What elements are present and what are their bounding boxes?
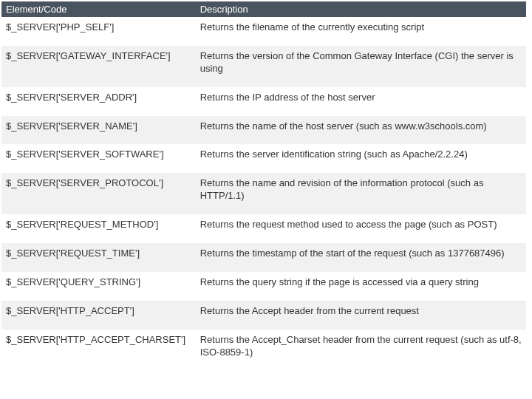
cell-code: $_SERVER['SERVER_PROTOCOL']: [1, 173, 196, 214]
cell-description: Returns the filename of the currently ex…: [196, 17, 526, 46]
header-description: Description: [196, 1, 526, 17]
cell-code: $_SERVER['GATEWAY_INTERFACE']: [1, 46, 196, 87]
cell-description: Returns the name of the host server (suc…: [196, 116, 526, 145]
cell-description: Returns the version of the Common Gatewa…: [196, 46, 526, 87]
cell-code: $_SERVER['SERVER_NAME']: [1, 116, 196, 145]
cell-description: Returns the IP address of the host serve…: [196, 87, 526, 116]
table-row: $_SERVER['REQUEST_METHOD'] Returns the r…: [1, 214, 526, 243]
table-row: $_SERVER['SERVER_NAME'] Returns the name…: [1, 116, 526, 145]
cell-description: Returns the query string if the page is …: [196, 272, 526, 301]
cell-code: $_SERVER['SERVER_ADDR']: [1, 87, 196, 116]
table-row: $_SERVER['QUERY_STRING'] Returns the que…: [1, 272, 526, 301]
server-variables-table: Element/Code Description $_SERVER['PHP_S…: [1, 1, 526, 370]
table-row: $_SERVER['PHP_SELF'] Returns the filenam…: [1, 17, 526, 46]
cell-description: Returns the Accept header from the curre…: [196, 301, 526, 330]
cell-description: Returns the Accept_Charset header from t…: [196, 330, 526, 371]
cell-description: Returns the server identification string…: [196, 144, 526, 173]
table-row: $_SERVER['SERVER_SOFTWARE'] Returns the …: [1, 144, 526, 173]
cell-description: Returns the request method used to acces…: [196, 214, 526, 243]
cell-code: $_SERVER['QUERY_STRING']: [1, 272, 196, 301]
table-header-row: Element/Code Description: [1, 1, 526, 17]
cell-code: $_SERVER['REQUEST_TIME']: [1, 243, 196, 272]
table-row: $_SERVER['HTTP_ACCEPT_CHARSET'] Returns …: [1, 330, 526, 371]
cell-code: $_SERVER['HTTP_ACCEPT_CHARSET']: [1, 330, 196, 371]
table-row: $_SERVER['REQUEST_TIME'] Returns the tim…: [1, 243, 526, 272]
cell-description: Returns the timestamp of the start of th…: [196, 243, 526, 272]
header-code: Element/Code: [1, 1, 196, 17]
table-row: $_SERVER['HTTP_ACCEPT'] Returns the Acce…: [1, 301, 526, 330]
cell-code: $_SERVER['REQUEST_METHOD']: [1, 214, 196, 243]
table-row: $_SERVER['GATEWAY_INTERFACE'] Returns th…: [1, 46, 526, 87]
table-row: $_SERVER['SERVER_PROTOCOL'] Returns the …: [1, 173, 526, 214]
cell-code: $_SERVER['SERVER_SOFTWARE']: [1, 144, 196, 173]
cell-description: Returns the name and revision of the inf…: [196, 173, 526, 214]
cell-code: $_SERVER['PHP_SELF']: [1, 17, 196, 46]
cell-code: $_SERVER['HTTP_ACCEPT']: [1, 301, 196, 330]
table-row: $_SERVER['SERVER_ADDR'] Returns the IP a…: [1, 87, 526, 116]
